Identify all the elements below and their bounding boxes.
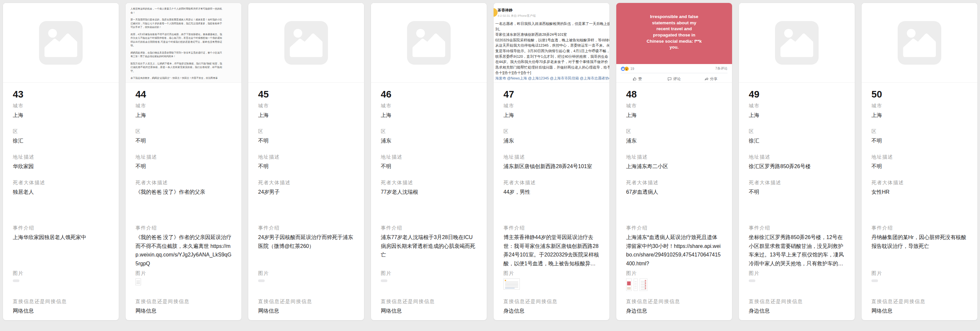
card-media[interactable] [862, 3, 977, 83]
empty-image-pill[interactable] [381, 280, 387, 282]
field-label-image: 图片 [872, 270, 967, 276]
card-media[interactable]: 茶香禅静4-2 02:31 来自 iPhone客户端一名志愿者，昨日我投入路浦西… [493, 3, 609, 83]
card-body: 43城市上海区徐汇地址描述华欣家园死者大体描述独居老人事件介绍上海华欣家园独居老… [3, 83, 119, 315]
image-thumbnails [13, 278, 109, 291]
case-card[interactable]: 人都没有这样的机会，一个病人需要几十个人的同时帮助和关怀才有可能获得一丝的机会！… [125, 3, 242, 320]
card-media[interactable]: Irresponsible and falsestatements about … [616, 3, 732, 83]
field-value-city: 上海 [503, 111, 600, 120]
field-value-event: 24岁男子因核酸而延误治疗而猝死于浦东医院（微博@红茶260） [258, 233, 354, 268]
weibo-text-line: 联系居委呼叫120，直到下午1点才到，经过40分钟的抢救，我哥的生命 [495, 54, 609, 59]
empty-image-pill[interactable] [13, 280, 19, 282]
empty-image-pill[interactable] [258, 280, 265, 282]
weibo-text-line: 在44岁。我大伯和我大伯母70多岁老来丧子，对于整个事情我不做评价， [495, 59, 609, 65]
field-value-city: 上海 [381, 111, 477, 120]
chat-thumbnail[interactable] [640, 278, 648, 291]
case-card[interactable]: 45城市上海区不明地址描述不明死者大体描述24岁男子事件介绍24岁男子因核酸而延… [248, 3, 364, 320]
field-label-image: 图片 [13, 270, 109, 276]
field-label-address: 地址描述 [749, 154, 845, 160]
article-text: 人都没有这样的机会，一个病人需要几十个人的同时帮助和关怀才有可能获得一丝的机会！… [126, 3, 227, 83]
empty-image-pill[interactable] [749, 280, 755, 282]
like-action: 赞 [619, 75, 655, 83]
card-media[interactable] [248, 3, 364, 83]
field-value-deceased: 24岁男子 [258, 188, 354, 225]
field-value-district: 不明 [135, 137, 232, 145]
field-deceased: 死者大体描述女性HR [872, 180, 967, 225]
field-label-source: 直接信息还是间接信息 [872, 299, 967, 304]
field-city: 城市上海 [749, 103, 845, 120]
case-card[interactable]: 50城市上海区不明地址描述不明死者大体描述女性HR事件介绍丹纳赫集团的某Hr，因… [861, 3, 978, 320]
field-label-district: 区 [135, 129, 232, 134]
image-placeholder [371, 3, 487, 82]
case-card[interactable]: 茶香禅静4-2 02:31 来自 iPhone客户端一名志愿者，昨日我投入路浦西… [493, 3, 610, 320]
field-source: 直接信息还是间接信息网络信息 [872, 299, 967, 315]
field-value-address: 浦东新区唐镇创新西路28弄24号101室 [503, 162, 600, 171]
field-deceased: 死者大体描述《我的爸爸 没了》作者的父亲 [135, 180, 232, 225]
field-deceased: 死者大体描述独居老人 [13, 180, 109, 225]
weibo-timestamp: 4-2 02:31 来自 iPhone客户端 [498, 14, 609, 18]
field-label-deceased: 死者大体描述 [381, 180, 477, 185]
case-card[interactable]: Irresponsible and falsestatements about … [616, 3, 732, 320]
weibo-text-line: 恳求相关部门能帮忙处理好后续问题，并做好两位老人的心理疏导，给予 [495, 65, 609, 70]
card-media[interactable] [3, 3, 119, 83]
empty-image-pill[interactable] [872, 280, 878, 282]
case-number: 45 [258, 89, 354, 99]
case-card[interactable]: 49城市上海区徐汇地址描述徐汇区罗秀路850弄26号楼死者大体描述不明事件介绍坐… [738, 3, 855, 320]
card-media[interactable] [371, 3, 487, 83]
field-address: 地址描述不明 [258, 154, 354, 171]
field-district: 区不明 [258, 129, 354, 145]
article-paragraph: 那一天我觉得我们是幸运的，我还在朋友圈里感谢人民群众！感谢友爱！当时我的小区已被… [130, 18, 222, 29]
post-banner-line: you. [646, 44, 702, 51]
field-address: 地址描述不明 [135, 154, 232, 171]
field-address: 地址描述华欣家园 [13, 154, 109, 171]
field-value-city: 上海 [258, 111, 354, 120]
field-source: 直接信息还是间接信息网络信息 [13, 299, 109, 315]
card-media[interactable] [739, 3, 855, 83]
comment-action: 评论 [655, 75, 692, 83]
weibo-screenshot: 茶香禅静4-2 02:31 来自 iPhone客户端一名志愿者，昨日我投入路浦西… [493, 3, 609, 82]
field-label-city: 城市 [872, 103, 967, 108]
chat-thumbnail[interactable] [634, 278, 638, 291]
field-value-event: 《我的爸爸 没了》作者的父亲因延误治疗而不得不高位截肢，未久遍离世 https:… [135, 233, 232, 268]
field-label-city: 城市 [135, 103, 232, 108]
image-placeholder [739, 3, 855, 82]
field-district: 区浦东 [381, 129, 477, 145]
field-label-address: 地址描述 [258, 154, 354, 160]
field-label-image: 图片 [135, 270, 232, 276]
card-media[interactable]: 人都没有这样的机会，一个病人需要几十个人的同时帮助和关怀才有可能获得一丝的机会！… [126, 3, 242, 83]
article-screenshot: 人都没有这样的机会，一个病人需要几十个人的同时帮助和关怀才有可能获得一丝的机会！… [126, 3, 242, 82]
weibo-text-line: 哥家住浦东新区唐镇创新西路28弄24号101室 [495, 32, 609, 37]
case-number: 44 [135, 89, 232, 99]
case-card[interactable]: 43城市上海区徐汇地址描述华欣家园死者大体描述独居老人事件介绍上海华欣家园独居老… [3, 3, 119, 320]
thumb-red-banner [627, 281, 631, 285]
case-number: 47 [503, 89, 600, 99]
field-label-city: 城市 [626, 103, 722, 108]
field-source: 直接信息还是间接信息网络信息 [258, 299, 354, 315]
weibo-text-line: 合十][合十][合十][合十] [495, 70, 609, 75]
document-thumbnail[interactable] [135, 278, 141, 285]
field-label-source: 直接信息还是间接信息 [258, 299, 354, 304]
field-label-deceased: 死者大体描述 [626, 180, 722, 185]
card-body: 49城市上海区徐汇地址描述徐汇区罗秀路850弄26号楼死者大体描述不明事件介绍坐… [739, 83, 855, 315]
field-label-event: 事件介绍 [626, 225, 722, 230]
field-image: 图片 [749, 270, 845, 291]
field-label-event: 事件介绍 [258, 225, 354, 230]
field-label-district: 区 [258, 129, 354, 134]
field-value-district: 浦东 [381, 137, 477, 145]
field-label-event: 事件介绍 [381, 225, 477, 230]
field-label-district: 区 [626, 129, 722, 134]
field-label-district: 区 [503, 129, 600, 134]
image-placeholder-icon [775, 21, 819, 65]
post-thumbnail[interactable] [626, 278, 632, 291]
field-label-source: 直接信息还是间接信息 [381, 299, 477, 304]
weibo-thumbnail[interactable] [503, 278, 520, 289]
field-value-deceased: 77岁老人沈瑞根 [381, 188, 477, 225]
field-city: 城市上海 [13, 103, 109, 120]
field-label-source: 直接信息还是间接信息 [135, 299, 232, 304]
field-label-district: 区 [872, 129, 967, 134]
field-value-district: 徐汇 [13, 137, 109, 145]
field-label-image: 图片 [749, 270, 845, 276]
field-value-source: 身边信息 [749, 307, 845, 315]
wow-icon [624, 67, 629, 71]
case-card[interactable]: 46城市上海区浦东地址描述不明死者大体描述77岁老人沈瑞根事件介绍浦东77岁老人… [371, 3, 487, 320]
post-banner-line: statements about my [646, 20, 702, 26]
